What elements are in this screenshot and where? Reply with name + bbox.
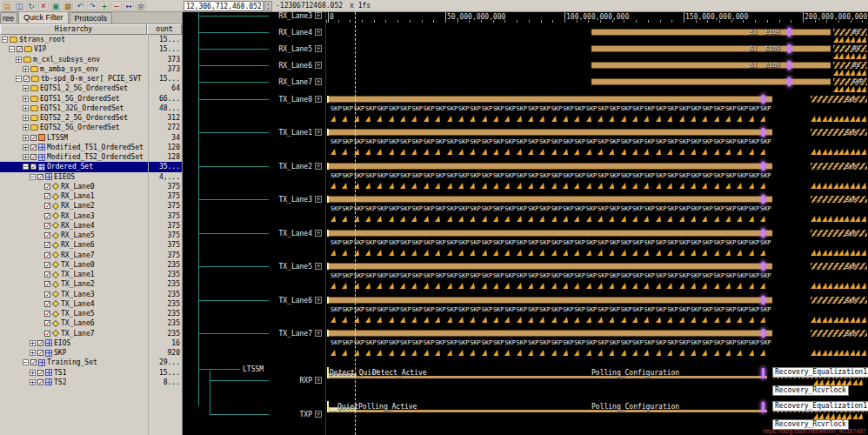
tree-item-tx-lane6[interactable]: ✓TX_Lane6235 xyxy=(0,318,182,328)
copy-icon[interactable]: ▣ xyxy=(50,1,61,10)
hierarchy-column-header[interactable]: Hierarchy xyxy=(0,24,147,35)
tree-item-tx-lane7[interactable]: ✓TX_Lane7235 xyxy=(0,329,182,338)
expander-icon[interactable]: + xyxy=(23,85,29,91)
checkbox[interactable]: ✓ xyxy=(44,271,50,278)
tree-item-training-set[interactable]: −✓Training_Set29... xyxy=(0,358,182,367)
checkbox[interactable]: ✓ xyxy=(44,193,50,199)
tree-item-m-cxl-subsys-env[interactable]: +m_cxl_subsys_env373 xyxy=(0,55,182,64)
tree-item-eios[interactable]: +✓EIOS16 xyxy=(0,338,182,348)
time-spinner-icon[interactable]: ▴▾ xyxy=(264,1,272,11)
expand-box-icon[interactable]: + xyxy=(315,330,322,337)
signal-name-rx_lane6[interactable]: RX_Lane6 xyxy=(236,62,312,70)
signal-name-rx_lane3[interactable]: RX_Lane3 xyxy=(236,12,312,20)
expand-box-icon[interactable]: + xyxy=(315,163,322,170)
tree-item-tx-lane3[interactable]: ✓TX_Lane3235 xyxy=(0,290,182,299)
signal-name-ltssm[interactable]: LTSSM xyxy=(243,365,264,373)
tree-item-modified-ts1-orderedset[interactable]: +✓Modified_TS1_OrderedSet120 xyxy=(0,143,182,152)
checkbox[interactable]: ✓ xyxy=(23,76,30,82)
save-icon[interactable]: ◫ xyxy=(14,1,24,10)
tree-item-rx-lane1[interactable]: ✓RX_Lane1375 xyxy=(0,191,182,201)
tree-item-rx-lane4[interactable]: ✓RX_Lane4375 xyxy=(0,221,182,231)
open-file-icon[interactable]: ▤ xyxy=(2,1,12,10)
tree-item-ltssm[interactable]: +✓LTSSM34 xyxy=(0,133,182,143)
tree-item-rx-lane5[interactable]: ✓RX_Lane5375 xyxy=(0,231,182,240)
expand-box-icon[interactable]: + xyxy=(315,45,322,52)
expand-box-icon[interactable]: + xyxy=(315,96,322,103)
tree-item-rx-lane6[interactable]: ✓RX_Lane6375 xyxy=(0,240,182,250)
checkbox[interactable]: ✓ xyxy=(44,242,50,248)
waveform-area[interactable]: 050,000,000,000100,000,000,000150,000,00… xyxy=(326,12,868,435)
checkbox[interactable]: ✓ xyxy=(30,154,37,160)
signal-name-tx_lane6[interactable]: TX_Lane6 xyxy=(236,297,312,304)
tree-item-tb-spd-0-m-ser-pcie-svt[interactable]: −✓tb-spd_0-m_ser[ PCIE_SVT ]15... xyxy=(0,74,182,84)
tree-item-rx-lane0[interactable]: ✓RX_Lane0375 xyxy=(0,182,182,191)
expander-icon[interactable]: + xyxy=(23,115,29,121)
expander-icon[interactable]: + xyxy=(23,144,29,151)
tree-item-m-amba-sys-env[interactable]: +m_amba_sys_env373 xyxy=(0,64,182,74)
signal-name-tx_lane2[interactable]: TX_Lane2 xyxy=(236,163,312,171)
checkbox[interactable]: ✓ xyxy=(44,291,50,298)
paste-icon[interactable]: ▦ xyxy=(63,1,73,10)
checkbox[interactable]: ✓ xyxy=(37,340,43,346)
expander-icon[interactable]: + xyxy=(23,135,29,141)
signal-name-rx_lane7[interactable]: RX_Lane7 xyxy=(236,78,312,86)
tree-item-tx-lane2[interactable]: ✓TX_Lane2235 xyxy=(0,279,182,289)
tree-item-rx-lane2[interactable]: ✓RX_Lane2375 xyxy=(0,201,182,211)
signal-name-rxp[interactable]: RXP xyxy=(236,377,312,385)
checkbox[interactable]: ✓ xyxy=(44,232,50,238)
expander-icon[interactable]: − xyxy=(23,164,29,170)
cut-icon[interactable]: ✕ xyxy=(38,1,49,10)
checkbox[interactable]: ✓ xyxy=(44,281,50,287)
checkbox[interactable]: ✓ xyxy=(17,46,23,52)
tree-item-modified-ts2-orderedset[interactable]: +✓Modified_TS2_OrderedSet128 xyxy=(0,152,182,162)
search-icon[interactable]: ◎ xyxy=(136,1,146,10)
expand-box-icon[interactable]: + xyxy=(315,263,322,270)
checkbox[interactable]: ✓ xyxy=(44,331,50,337)
signal-name-rx_lane4[interactable]: RX_Lane4 xyxy=(236,29,312,37)
tree-item-tx-lane1[interactable]: ✓TX_Lane1235 xyxy=(0,270,182,279)
expander-icon[interactable]: + xyxy=(23,96,29,102)
expander-icon[interactable]: − xyxy=(9,46,15,52)
tree-item-rx-lane7[interactable]: ✓RX_Lane7375 xyxy=(0,251,182,260)
tab-tree[interactable]: ree xyxy=(0,12,17,23)
expander-icon[interactable]: + xyxy=(23,105,29,111)
checkbox[interactable]: ✓ xyxy=(30,359,37,365)
tree-item-eieos[interactable]: −✓EIEOS4,... xyxy=(0,172,182,182)
tree-item-eqts2-5g-orderedset[interactable]: +EQTS2_5G_OrderedSet272 xyxy=(0,123,182,132)
expand-box-icon[interactable]: + xyxy=(315,29,322,36)
expander-icon[interactable]: + xyxy=(30,350,36,356)
expander-icon[interactable]: + xyxy=(30,370,36,376)
tab-protocols[interactable]: Protocols xyxy=(70,12,113,23)
signal-name-tx_lane1[interactable]: TX_Lane1 xyxy=(236,129,312,137)
checkbox[interactable]: ✓ xyxy=(30,144,37,151)
count-column-header[interactable]: ount xyxy=(147,24,182,35)
signal-name-tx_lane3[interactable]: TX_Lane3 xyxy=(236,196,312,204)
expander-icon[interactable]: + xyxy=(23,154,29,160)
expander-icon[interactable]: − xyxy=(30,174,36,180)
expander-icon[interactable]: + xyxy=(23,66,29,72)
tree-item-tx-lane5[interactable]: ✓TX_Lane5235 xyxy=(0,309,182,318)
zoom-in-icon[interactable]: + xyxy=(99,1,110,10)
time-cursor[interactable] xyxy=(355,12,356,435)
signal-name-txp[interactable]: TXP xyxy=(236,411,312,418)
expand-box-icon[interactable]: + xyxy=(315,196,322,203)
checkbox[interactable]: ✓ xyxy=(44,301,50,307)
signal-name-tx_lane5[interactable]: TX_Lane5 xyxy=(236,263,312,271)
checkbox[interactable]: ✓ xyxy=(44,213,50,219)
tree-item-eqts1-2-5g-orderedset[interactable]: +EQTS1_2_5G_OrderedSet64 xyxy=(0,84,182,93)
redo-icon[interactable]: ↷ xyxy=(87,1,97,10)
expander-icon[interactable]: + xyxy=(16,57,22,63)
expand-box-icon[interactable]: + xyxy=(315,411,322,418)
checkbox[interactable]: ✓ xyxy=(37,370,43,376)
signal-name-tx_lane0[interactable]: TX_Lane0 xyxy=(236,96,312,104)
tree-item-ts1[interactable]: +✓TS115... xyxy=(0,368,182,378)
expand-box-icon[interactable]: + xyxy=(315,62,322,69)
tree-item-eqts1-32g-orderedset[interactable]: +EQTS1_32G_OrderedSet48... xyxy=(0,104,182,113)
checkbox[interactable]: ✓ xyxy=(30,135,37,141)
tree-item-tx-lane4[interactable]: ✓TX_Lane4235 xyxy=(0,299,182,309)
tree-item-ordered-set[interactable]: −✓Ordered_Set35... xyxy=(0,162,182,171)
expander-icon[interactable]: − xyxy=(23,359,29,365)
signal-name-rx_lane5[interactable]: RX_Lane5 xyxy=(236,45,312,53)
expand-box-icon[interactable]: + xyxy=(315,129,322,136)
expander-icon[interactable]: + xyxy=(30,340,36,346)
